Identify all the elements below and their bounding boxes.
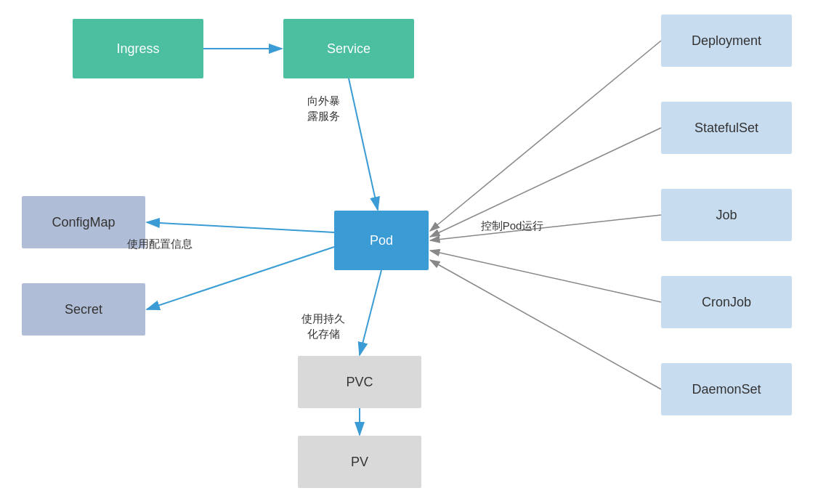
svg-line-6	[147, 247, 334, 309]
service-label: Service	[327, 41, 370, 57]
secret-label: Secret	[65, 302, 102, 317]
configmap-label: ConfigMap	[52, 215, 115, 230]
pod-label: Pod	[370, 233, 393, 248]
ingress-label: Ingress	[116, 41, 159, 57]
pvc-node: PVC	[298, 356, 421, 408]
statefulset-label: StatefulSet	[695, 121, 758, 136]
daemonset-node: DaemonSet	[661, 363, 792, 415]
svg-line-13	[430, 260, 661, 389]
config-label: 使用配置信息	[116, 236, 203, 251]
ingress-node: Ingress	[73, 19, 203, 78]
svg-line-5	[147, 222, 334, 232]
daemonset-label: DaemonSet	[692, 382, 761, 397]
job-node: Job	[661, 189, 792, 241]
pv-node: PV	[298, 436, 421, 488]
secret-node: Secret	[22, 283, 145, 336]
expose-label: 向外暴露服务	[291, 93, 356, 123]
storage-label: 使用持久化存储	[291, 311, 356, 341]
pvc-label: PVC	[346, 375, 373, 390]
deployment-label: Deployment	[692, 33, 761, 49]
svg-line-12	[430, 251, 661, 302]
svg-line-7	[360, 270, 381, 355]
diagram: Ingress Service Pod ConfigMap Secret PVC…	[0, 0, 818, 504]
pod-node: Pod	[334, 211, 429, 270]
job-label: Job	[716, 208, 737, 223]
control-label: 控制Pod运行	[465, 218, 559, 233]
statefulset-node: StatefulSet	[661, 102, 792, 154]
cronjob-label: CronJob	[702, 295, 751, 310]
pv-label: PV	[351, 455, 368, 470]
svg-line-9	[430, 41, 661, 231]
service-node: Service	[283, 19, 414, 78]
cronjob-node: CronJob	[661, 276, 792, 328]
deployment-node: Deployment	[661, 15, 792, 67]
